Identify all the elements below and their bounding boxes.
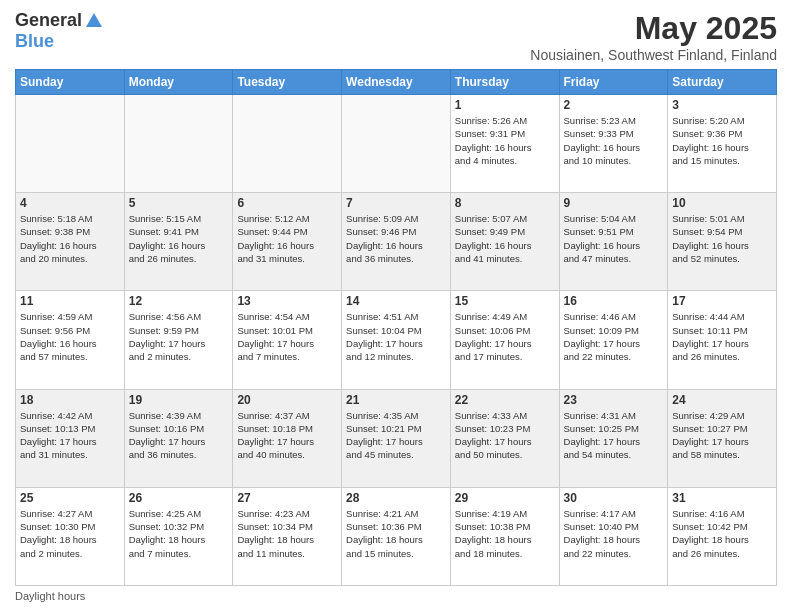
weekday-header-friday: Friday xyxy=(559,70,668,95)
day-number: 9 xyxy=(564,196,664,210)
weekday-header-wednesday: Wednesday xyxy=(342,70,451,95)
day-info: Sunrise: 5:01 AM Sunset: 9:54 PM Dayligh… xyxy=(672,212,772,265)
day-info: Sunrise: 4:17 AM Sunset: 10:40 PM Daylig… xyxy=(564,507,664,560)
day-info: Sunrise: 4:35 AM Sunset: 10:21 PM Daylig… xyxy=(346,409,446,462)
calendar-day-cell: 27Sunrise: 4:23 AM Sunset: 10:34 PM Dayl… xyxy=(233,487,342,585)
calendar-day-cell: 20Sunrise: 4:37 AM Sunset: 10:18 PM Dayl… xyxy=(233,389,342,487)
weekday-header-saturday: Saturday xyxy=(668,70,777,95)
calendar-week-4: 18Sunrise: 4:42 AM Sunset: 10:13 PM Dayl… xyxy=(16,389,777,487)
day-number: 14 xyxy=(346,294,446,308)
logo-blue-text: Blue xyxy=(15,31,54,52)
day-info: Sunrise: 4:23 AM Sunset: 10:34 PM Daylig… xyxy=(237,507,337,560)
day-info: Sunrise: 5:04 AM Sunset: 9:51 PM Dayligh… xyxy=(564,212,664,265)
day-info: Sunrise: 5:15 AM Sunset: 9:41 PM Dayligh… xyxy=(129,212,229,265)
calendar-day-cell: 28Sunrise: 4:21 AM Sunset: 10:36 PM Dayl… xyxy=(342,487,451,585)
day-info: Sunrise: 4:21 AM Sunset: 10:36 PM Daylig… xyxy=(346,507,446,560)
calendar-day-cell: 23Sunrise: 4:31 AM Sunset: 10:25 PM Dayl… xyxy=(559,389,668,487)
calendar-day-cell xyxy=(342,95,451,193)
calendar-day-cell: 1Sunrise: 5:26 AM Sunset: 9:31 PM Daylig… xyxy=(450,95,559,193)
day-info: Sunrise: 4:42 AM Sunset: 10:13 PM Daylig… xyxy=(20,409,120,462)
calendar-day-cell: 25Sunrise: 4:27 AM Sunset: 10:30 PM Dayl… xyxy=(16,487,125,585)
day-number: 22 xyxy=(455,393,555,407)
calendar-day-cell: 6Sunrise: 5:12 AM Sunset: 9:44 PM Daylig… xyxy=(233,193,342,291)
day-info: Sunrise: 4:46 AM Sunset: 10:09 PM Daylig… xyxy=(564,310,664,363)
calendar-day-cell: 12Sunrise: 4:56 AM Sunset: 9:59 PM Dayli… xyxy=(124,291,233,389)
weekday-header-sunday: Sunday xyxy=(16,70,125,95)
day-number: 30 xyxy=(564,491,664,505)
day-number: 31 xyxy=(672,491,772,505)
calendar-day-cell: 21Sunrise: 4:35 AM Sunset: 10:21 PM Dayl… xyxy=(342,389,451,487)
calendar-day-cell xyxy=(233,95,342,193)
calendar-week-5: 25Sunrise: 4:27 AM Sunset: 10:30 PM Dayl… xyxy=(16,487,777,585)
day-info: Sunrise: 5:07 AM Sunset: 9:49 PM Dayligh… xyxy=(455,212,555,265)
calendar-day-cell: 19Sunrise: 4:39 AM Sunset: 10:16 PM Dayl… xyxy=(124,389,233,487)
day-number: 5 xyxy=(129,196,229,210)
calendar-day-cell: 5Sunrise: 5:15 AM Sunset: 9:41 PM Daylig… xyxy=(124,193,233,291)
calendar-week-1: 1Sunrise: 5:26 AM Sunset: 9:31 PM Daylig… xyxy=(16,95,777,193)
calendar-day-cell: 14Sunrise: 4:51 AM Sunset: 10:04 PM Dayl… xyxy=(342,291,451,389)
title-area: May 2025 Nousiainen, Southwest Finland, … xyxy=(530,10,777,63)
logo: General Blue xyxy=(15,10,104,52)
day-info: Sunrise: 4:31 AM Sunset: 10:25 PM Daylig… xyxy=(564,409,664,462)
weekday-header-monday: Monday xyxy=(124,70,233,95)
day-number: 29 xyxy=(455,491,555,505)
calendar-day-cell: 11Sunrise: 4:59 AM Sunset: 9:56 PM Dayli… xyxy=(16,291,125,389)
calendar-day-cell: 26Sunrise: 4:25 AM Sunset: 10:32 PM Dayl… xyxy=(124,487,233,585)
day-number: 17 xyxy=(672,294,772,308)
day-number: 23 xyxy=(564,393,664,407)
calendar-day-cell: 17Sunrise: 4:44 AM Sunset: 10:11 PM Dayl… xyxy=(668,291,777,389)
calendar-day-cell xyxy=(124,95,233,193)
day-number: 27 xyxy=(237,491,337,505)
day-info: Sunrise: 5:23 AM Sunset: 9:33 PM Dayligh… xyxy=(564,114,664,167)
day-info: Sunrise: 4:44 AM Sunset: 10:11 PM Daylig… xyxy=(672,310,772,363)
day-info: Sunrise: 4:59 AM Sunset: 9:56 PM Dayligh… xyxy=(20,310,120,363)
calendar-day-cell: 15Sunrise: 4:49 AM Sunset: 10:06 PM Dayl… xyxy=(450,291,559,389)
calendar-week-2: 4Sunrise: 5:18 AM Sunset: 9:38 PM Daylig… xyxy=(16,193,777,291)
calendar-day-cell: 2Sunrise: 5:23 AM Sunset: 9:33 PM Daylig… xyxy=(559,95,668,193)
calendar-day-cell: 7Sunrise: 5:09 AM Sunset: 9:46 PM Daylig… xyxy=(342,193,451,291)
day-number: 21 xyxy=(346,393,446,407)
day-info: Sunrise: 4:25 AM Sunset: 10:32 PM Daylig… xyxy=(129,507,229,560)
weekday-header-thursday: Thursday xyxy=(450,70,559,95)
calendar-day-cell: 18Sunrise: 4:42 AM Sunset: 10:13 PM Dayl… xyxy=(16,389,125,487)
day-number: 26 xyxy=(129,491,229,505)
calendar-table: SundayMondayTuesdayWednesdayThursdayFrid… xyxy=(15,69,777,586)
page: General Blue May 2025 Nousiainen, Southw… xyxy=(0,0,792,612)
day-info: Sunrise: 4:37 AM Sunset: 10:18 PM Daylig… xyxy=(237,409,337,462)
day-number: 8 xyxy=(455,196,555,210)
day-number: 4 xyxy=(20,196,120,210)
day-info: Sunrise: 5:09 AM Sunset: 9:46 PM Dayligh… xyxy=(346,212,446,265)
calendar-day-cell: 31Sunrise: 4:16 AM Sunset: 10:42 PM Dayl… xyxy=(668,487,777,585)
header: General Blue May 2025 Nousiainen, Southw… xyxy=(15,10,777,63)
day-number: 1 xyxy=(455,98,555,112)
calendar-day-cell: 30Sunrise: 4:17 AM Sunset: 10:40 PM Dayl… xyxy=(559,487,668,585)
daylight-hours-label: Daylight hours xyxy=(15,590,85,602)
day-info: Sunrise: 4:49 AM Sunset: 10:06 PM Daylig… xyxy=(455,310,555,363)
calendar-day-cell: 16Sunrise: 4:46 AM Sunset: 10:09 PM Dayl… xyxy=(559,291,668,389)
calendar-week-3: 11Sunrise: 4:59 AM Sunset: 9:56 PM Dayli… xyxy=(16,291,777,389)
day-number: 20 xyxy=(237,393,337,407)
calendar-day-cell: 29Sunrise: 4:19 AM Sunset: 10:38 PM Dayl… xyxy=(450,487,559,585)
month-title: May 2025 xyxy=(530,10,777,47)
calendar-day-cell: 24Sunrise: 4:29 AM Sunset: 10:27 PM Dayl… xyxy=(668,389,777,487)
calendar-day-cell: 10Sunrise: 5:01 AM Sunset: 9:54 PM Dayli… xyxy=(668,193,777,291)
calendar-day-cell: 3Sunrise: 5:20 AM Sunset: 9:36 PM Daylig… xyxy=(668,95,777,193)
day-info: Sunrise: 4:27 AM Sunset: 10:30 PM Daylig… xyxy=(20,507,120,560)
day-info: Sunrise: 5:12 AM Sunset: 9:44 PM Dayligh… xyxy=(237,212,337,265)
calendar-day-cell: 13Sunrise: 4:54 AM Sunset: 10:01 PM Dayl… xyxy=(233,291,342,389)
calendar-day-cell: 8Sunrise: 5:07 AM Sunset: 9:49 PM Daylig… xyxy=(450,193,559,291)
day-info: Sunrise: 4:51 AM Sunset: 10:04 PM Daylig… xyxy=(346,310,446,363)
day-info: Sunrise: 4:54 AM Sunset: 10:01 PM Daylig… xyxy=(237,310,337,363)
day-number: 10 xyxy=(672,196,772,210)
day-number: 13 xyxy=(237,294,337,308)
logo-general-text: General xyxy=(15,10,82,31)
weekday-header-row: SundayMondayTuesdayWednesdayThursdayFrid… xyxy=(16,70,777,95)
day-info: Sunrise: 5:26 AM Sunset: 9:31 PM Dayligh… xyxy=(455,114,555,167)
day-number: 24 xyxy=(672,393,772,407)
svg-marker-0 xyxy=(86,13,102,27)
day-info: Sunrise: 4:16 AM Sunset: 10:42 PM Daylig… xyxy=(672,507,772,560)
day-number: 7 xyxy=(346,196,446,210)
day-info: Sunrise: 5:18 AM Sunset: 9:38 PM Dayligh… xyxy=(20,212,120,265)
day-number: 25 xyxy=(20,491,120,505)
day-number: 28 xyxy=(346,491,446,505)
